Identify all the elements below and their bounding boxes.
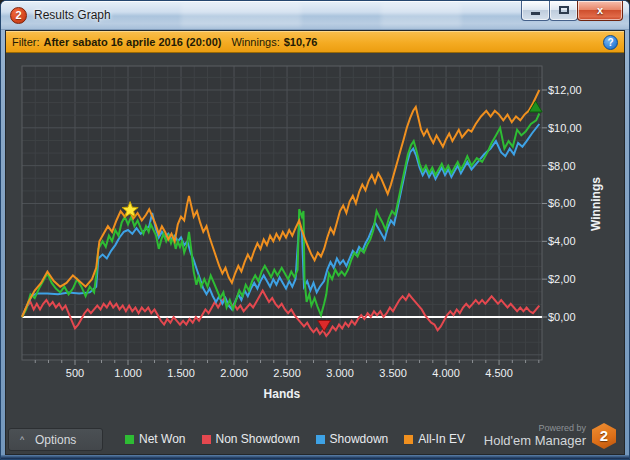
titlebar-glass-reflection — [381, 3, 461, 27]
options-button-label: Options — [35, 433, 76, 447]
y-axis-title: Winnings — [589, 177, 603, 231]
y-tick-label: $10,00 — [548, 122, 582, 134]
close-icon: x — [578, 1, 622, 19]
y-tick-label: $0,00 — [548, 311, 576, 323]
x-tick-label: 2.500 — [273, 367, 301, 379]
powered-by-block: Powered by Hold'em Manager 2 — [484, 423, 616, 449]
x-tick-label: 3.500 — [379, 367, 407, 379]
results-graph-chart: 5001.0001.5002.0002.5003.0003.5004.0004.… — [6, 54, 628, 422]
x-axis-title: Hands — [264, 387, 301, 401]
y-tick-label: $8,00 — [548, 160, 576, 172]
help-icon[interactable]: ? — [603, 35, 618, 50]
legend-item-showdown[interactable]: Showdown — [316, 432, 389, 446]
x-tick-label: 3.000 — [326, 367, 354, 379]
x-tick-label: 2.000 — [220, 367, 248, 379]
y-tick-label: $6,00 — [548, 197, 576, 209]
non-showdown-swatch-icon — [202, 435, 211, 444]
all-in-ev-swatch-icon — [404, 435, 413, 444]
legend-label: Showdown — [330, 432, 389, 446]
titlebar-glass-reflection — [181, 3, 301, 27]
winnings-value: $10,76 — [284, 36, 318, 48]
hm2-hexagon-logo-icon: 2 — [592, 423, 616, 449]
chart-legend: Net Won Non Showdown Showdown All-In EV — [116, 430, 474, 448]
brand-name: Hold'em Manager — [484, 434, 586, 448]
title-bar[interactable]: 2 Results Graph x — [1, 1, 629, 30]
x-tick-label: 4.500 — [485, 367, 513, 379]
y-tick-label: $12,00 — [548, 84, 582, 96]
winnings-label: Winnings: — [231, 36, 279, 48]
x-tick-label: 1.500 — [167, 367, 195, 379]
x-tick-label: 1.000 — [114, 367, 142, 379]
legend-label: Net Won — [139, 432, 185, 446]
minimize-button[interactable] — [521, 1, 550, 21]
minimize-icon — [531, 12, 540, 15]
filter-value: After sabato 16 aprile 2016 (20:00) — [44, 36, 222, 48]
filter-label: Filter: — [12, 36, 40, 48]
showdown-swatch-icon — [316, 435, 325, 444]
results-graph-window: 2 Results Graph x Filter: After sabato 1… — [0, 0, 630, 460]
legend-label: All-In EV — [418, 432, 465, 446]
y-tick-label: $2,00 — [548, 273, 576, 285]
maximize-icon — [559, 6, 569, 14]
maximize-button[interactable] — [549, 1, 578, 21]
legend-label: Non Showdown — [216, 432, 300, 446]
plot-area — [22, 66, 542, 360]
net-won-swatch-icon — [125, 435, 134, 444]
legend-item-net-won[interactable]: Net Won — [125, 432, 185, 446]
window-bottom-border — [1, 455, 629, 459]
x-tick-label: 500 — [66, 367, 84, 379]
options-button[interactable]: ^ Options — [8, 428, 103, 451]
legend-item-non-showdown[interactable]: Non Showdown — [202, 432, 300, 446]
close-button[interactable]: x — [577, 1, 623, 21]
y-tick-label: $4,00 — [548, 235, 576, 247]
legend-item-all-in-ev[interactable]: All-In EV — [404, 432, 465, 446]
x-tick-label: 4.000 — [432, 367, 460, 379]
window-content: Filter: After sabato 16 aprile 2016 (20:… — [5, 30, 625, 455]
chevron-up-icon: ^ — [9, 435, 35, 445]
filter-bar: Filter: After sabato 16 aprile 2016 (20:… — [6, 31, 624, 53]
window-title: Results Graph — [34, 8, 111, 22]
hm2-app-icon: 2 — [10, 7, 27, 24]
